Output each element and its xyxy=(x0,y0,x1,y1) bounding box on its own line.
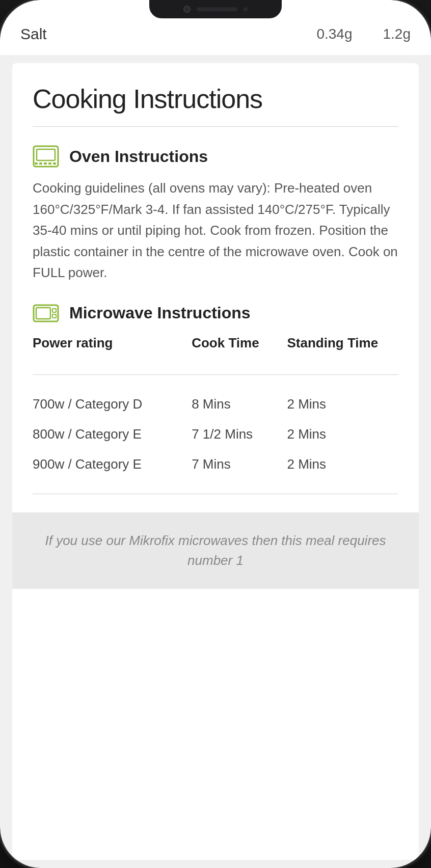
sensor-dot xyxy=(244,7,248,11)
salt-val2: 1.2g xyxy=(383,26,411,42)
content-area: Salt 0.34g 1.2g Cooking Instructions xyxy=(0,0,431,868)
svg-rect-5 xyxy=(48,162,51,165)
row1-standing: 2 Mins xyxy=(287,396,398,412)
row3-power: 900w / Category E xyxy=(33,456,192,472)
salt-label: Salt xyxy=(20,25,47,43)
oven-text: Cooking guidelines (all ovens may vary):… xyxy=(33,178,398,284)
oven-icon xyxy=(33,145,59,168)
svg-rect-8 xyxy=(36,308,50,319)
phone-frame: Salt 0.34g 1.2g Cooking Instructions xyxy=(0,0,431,868)
svg-rect-2 xyxy=(35,162,38,165)
microwave-icon xyxy=(33,302,59,324)
microwave-heading: Microwave Instructions xyxy=(69,304,251,322)
microwave-header: Microwave Instructions xyxy=(33,302,398,324)
row2-cook: 7 1/2 Mins xyxy=(192,426,287,442)
header-standing-time: Standing Time xyxy=(287,335,398,352)
svg-rect-4 xyxy=(44,162,47,165)
oven-instructions-block: Oven Instructions Cooking guidelines (al… xyxy=(33,145,398,284)
header-cook-time: Cook Time xyxy=(192,335,287,352)
title-divider xyxy=(33,126,398,127)
microwave-table: Power rating Cook Time Standing Time 700… xyxy=(33,335,398,494)
speaker xyxy=(197,7,237,11)
row3-standing: 2 Mins xyxy=(287,456,398,472)
row2-power: 800w / Category E xyxy=(33,426,192,442)
table-header-row: Power rating Cook Time Standing Time xyxy=(33,335,398,360)
row2-standing: 2 Mins xyxy=(287,426,398,442)
salt-val1: 0.34g xyxy=(316,26,352,42)
oven-heading: Oven Instructions xyxy=(69,147,208,166)
screen: Salt 0.34g 1.2g Cooking Instructions xyxy=(0,0,431,868)
microwave-instructions-block: Microwave Instructions Power rating Cook… xyxy=(33,302,398,494)
header-power-rating: Power rating xyxy=(33,335,192,352)
svg-rect-10 xyxy=(52,314,56,318)
table-divider-top xyxy=(33,374,398,375)
oven-header: Oven Instructions xyxy=(33,145,398,168)
table-row: 800w / Category E 7 1/2 Mins 2 Mins xyxy=(33,419,398,449)
row1-cook: 8 Mins xyxy=(192,396,287,412)
svg-rect-3 xyxy=(39,162,42,165)
notch xyxy=(149,0,282,18)
row3-cook: 7 Mins xyxy=(192,456,287,472)
table-divider-bottom xyxy=(33,494,398,494)
svg-rect-6 xyxy=(53,162,56,165)
svg-rect-9 xyxy=(52,309,56,312)
salt-values: 0.34g 1.2g xyxy=(316,26,411,42)
front-camera xyxy=(183,6,191,13)
footer-note: If you use our Mikrofix microwaves then … xyxy=(12,512,419,589)
row1-power: 700w / Category D xyxy=(33,396,192,412)
main-card[interactable]: Cooking Instructions xyxy=(12,63,419,860)
page-title: Cooking Instructions xyxy=(33,84,398,114)
footer-note-text: If you use our Mikrofix microwaves then … xyxy=(33,531,398,571)
table-row: 700w / Category D 8 Mins 2 Mins xyxy=(33,389,398,419)
table-row: 900w / Category E 7 Mins 2 Mins xyxy=(33,449,398,479)
svg-rect-1 xyxy=(37,149,55,160)
